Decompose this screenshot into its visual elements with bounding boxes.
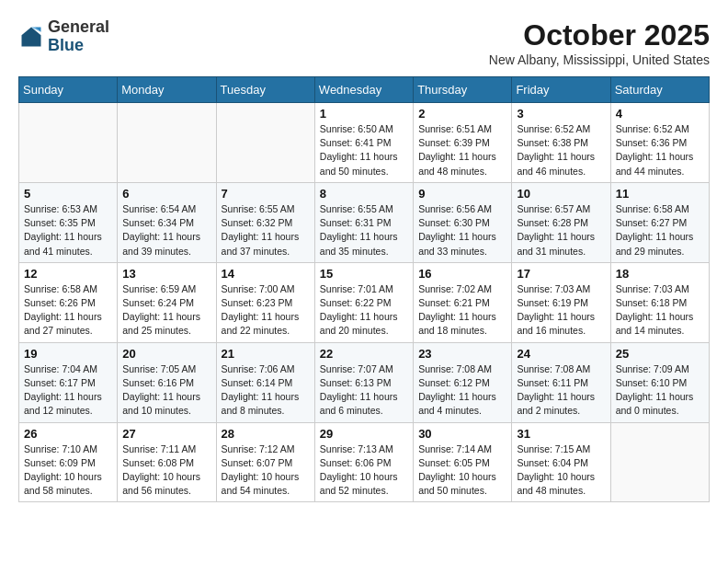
calendar-cell: 15Sunrise: 7:01 AM Sunset: 6:22 PM Dayli… <box>314 262 413 342</box>
calendar-cell: 8Sunrise: 6:55 AM Sunset: 6:31 PM Daylig… <box>314 182 413 262</box>
day-info: Sunrise: 6:56 AM Sunset: 6:30 PM Dayligh… <box>418 202 506 259</box>
day-info: Sunrise: 6:52 AM Sunset: 6:36 PM Dayligh… <box>616 122 704 178</box>
day-info: Sunrise: 6:50 AM Sunset: 6:41 PM Dayligh… <box>320 122 408 178</box>
day-info: Sunrise: 7:14 AM Sunset: 6:05 PM Dayligh… <box>418 442 506 499</box>
weekday-header: Tuesday <box>216 77 314 103</box>
location-text: New Albany, Mississippi, United States <box>489 52 710 67</box>
day-info: Sunrise: 6:54 AM Sunset: 6:34 PM Dayligh… <box>122 202 210 259</box>
calendar-cell: 9Sunrise: 6:56 AM Sunset: 6:30 PM Daylig… <box>414 182 512 262</box>
calendar-cell: 6Sunrise: 6:54 AM Sunset: 6:34 PM Daylig… <box>118 182 216 262</box>
weekday-header: Monday <box>118 77 216 103</box>
calendar-cell: 30Sunrise: 7:14 AM Sunset: 6:05 PM Dayli… <box>414 422 512 502</box>
calendar-cell: 23Sunrise: 7:08 AM Sunset: 6:12 PM Dayli… <box>414 342 512 422</box>
day-number: 3 <box>517 107 605 121</box>
day-info: Sunrise: 7:15 AM Sunset: 6:04 PM Dayligh… <box>517 442 605 499</box>
weekday-header: Wednesday <box>314 77 413 103</box>
day-number: 27 <box>122 427 210 441</box>
calendar-cell: 26Sunrise: 7:10 AM Sunset: 6:09 PM Dayli… <box>19 422 118 502</box>
calendar-cell: 28Sunrise: 7:12 AM Sunset: 6:07 PM Dayli… <box>216 422 314 502</box>
calendar-cell: 11Sunrise: 6:58 AM Sunset: 6:27 PM Dayli… <box>610 182 709 262</box>
calendar-week-row: 5Sunrise: 6:53 AM Sunset: 6:35 PM Daylig… <box>19 182 710 262</box>
calendar-cell: 20Sunrise: 7:05 AM Sunset: 6:16 PM Dayli… <box>118 342 216 422</box>
calendar-cell: 29Sunrise: 7:13 AM Sunset: 6:06 PM Dayli… <box>314 422 413 502</box>
day-number: 23 <box>418 347 506 361</box>
calendar-cell: 19Sunrise: 7:04 AM Sunset: 6:17 PM Dayli… <box>19 342 118 422</box>
day-number: 28 <box>222 427 310 441</box>
calendar-cell: 13Sunrise: 6:59 AM Sunset: 6:24 PM Dayli… <box>118 262 216 342</box>
day-number: 5 <box>24 187 112 201</box>
calendar-cell: 5Sunrise: 6:53 AM Sunset: 6:35 PM Daylig… <box>19 182 118 262</box>
day-info: Sunrise: 7:02 AM Sunset: 6:21 PM Dayligh… <box>418 282 506 339</box>
day-number: 13 <box>122 267 210 281</box>
calendar-cell: 31Sunrise: 7:15 AM Sunset: 6:04 PM Dayli… <box>512 422 610 502</box>
day-info: Sunrise: 6:51 AM Sunset: 6:39 PM Dayligh… <box>418 122 506 178</box>
day-info: Sunrise: 7:06 AM Sunset: 6:14 PM Dayligh… <box>222 362 310 419</box>
calendar-week-row: 1Sunrise: 6:50 AM Sunset: 6:41 PM Daylig… <box>19 103 710 183</box>
day-number: 29 <box>320 427 408 441</box>
day-number: 10 <box>517 187 605 201</box>
day-number: 11 <box>616 187 704 201</box>
day-info: Sunrise: 6:52 AM Sunset: 6:38 PM Dayligh… <box>517 122 605 178</box>
calendar-cell: 21Sunrise: 7:06 AM Sunset: 6:14 PM Dayli… <box>216 342 314 422</box>
day-number: 9 <box>418 187 506 201</box>
day-info: Sunrise: 7:03 AM Sunset: 6:18 PM Dayligh… <box>616 282 704 339</box>
logo-blue-text: Blue <box>48 36 84 54</box>
day-info: Sunrise: 6:58 AM Sunset: 6:27 PM Dayligh… <box>616 202 704 259</box>
day-info: Sunrise: 6:53 AM Sunset: 6:35 PM Dayligh… <box>24 202 112 259</box>
day-info: Sunrise: 7:04 AM Sunset: 6:17 PM Dayligh… <box>24 362 112 419</box>
day-info: Sunrise: 6:59 AM Sunset: 6:24 PM Dayligh… <box>122 282 210 339</box>
day-number: 15 <box>320 267 408 281</box>
day-info: Sunrise: 7:12 AM Sunset: 6:07 PM Dayligh… <box>222 442 310 499</box>
calendar-week-row: 12Sunrise: 6:58 AM Sunset: 6:26 PM Dayli… <box>19 262 710 342</box>
calendar-cell: 17Sunrise: 7:03 AM Sunset: 6:19 PM Dayli… <box>512 262 610 342</box>
calendar-cell: 7Sunrise: 6:55 AM Sunset: 6:32 PM Daylig… <box>216 182 314 262</box>
calendar-cell: 16Sunrise: 7:02 AM Sunset: 6:21 PM Dayli… <box>414 262 512 342</box>
logo: General Blue <box>18 18 109 55</box>
day-info: Sunrise: 7:01 AM Sunset: 6:22 PM Dayligh… <box>320 282 408 339</box>
day-info: Sunrise: 7:05 AM Sunset: 6:16 PM Dayligh… <box>122 362 210 419</box>
weekday-header: Thursday <box>414 77 512 103</box>
day-info: Sunrise: 7:13 AM Sunset: 6:06 PM Dayligh… <box>320 442 408 499</box>
day-number: 6 <box>122 187 210 201</box>
title-block: October 2025 New Albany, Mississippi, Un… <box>489 18 710 67</box>
day-info: Sunrise: 7:11 AM Sunset: 6:08 PM Dayligh… <box>122 442 210 499</box>
day-number: 19 <box>24 347 112 361</box>
day-info: Sunrise: 6:55 AM Sunset: 6:32 PM Dayligh… <box>222 202 310 259</box>
calendar-cell <box>610 422 709 502</box>
logo-icon <box>18 24 44 50</box>
calendar-cell: 12Sunrise: 6:58 AM Sunset: 6:26 PM Dayli… <box>19 262 118 342</box>
day-number: 1 <box>320 107 408 121</box>
day-number: 24 <box>517 347 605 361</box>
calendar-cell: 3Sunrise: 6:52 AM Sunset: 6:38 PM Daylig… <box>512 103 610 183</box>
calendar-cell: 14Sunrise: 7:00 AM Sunset: 6:23 PM Dayli… <box>216 262 314 342</box>
day-number: 12 <box>24 267 112 281</box>
calendar-cell: 1Sunrise: 6:50 AM Sunset: 6:41 PM Daylig… <box>314 103 413 183</box>
calendar-cell <box>118 103 216 183</box>
weekday-header: Friday <box>512 77 610 103</box>
day-number: 17 <box>517 267 605 281</box>
calendar-cell: 27Sunrise: 7:11 AM Sunset: 6:08 PM Dayli… <box>118 422 216 502</box>
calendar-week-row: 26Sunrise: 7:10 AM Sunset: 6:09 PM Dayli… <box>19 422 710 502</box>
day-number: 30 <box>418 427 506 441</box>
day-number: 31 <box>517 427 605 441</box>
day-number: 4 <box>616 107 704 121</box>
calendar-table: SundayMondayTuesdayWednesdayThursdayFrid… <box>18 76 710 502</box>
day-info: Sunrise: 7:08 AM Sunset: 6:11 PM Dayligh… <box>517 362 605 419</box>
calendar-week-row: 19Sunrise: 7:04 AM Sunset: 6:17 PM Dayli… <box>19 342 710 422</box>
logo-general-text: General <box>48 17 109 36</box>
calendar-cell: 22Sunrise: 7:07 AM Sunset: 6:13 PM Dayli… <box>314 342 413 422</box>
calendar-cell: 2Sunrise: 6:51 AM Sunset: 6:39 PM Daylig… <box>414 103 512 183</box>
day-number: 25 <box>616 347 704 361</box>
day-number: 22 <box>320 347 408 361</box>
calendar-cell: 10Sunrise: 6:57 AM Sunset: 6:28 PM Dayli… <box>512 182 610 262</box>
day-number: 20 <box>122 347 210 361</box>
weekday-header-row: SundayMondayTuesdayWednesdayThursdayFrid… <box>19 77 710 103</box>
day-number: 14 <box>222 267 310 281</box>
day-info: Sunrise: 7:00 AM Sunset: 6:23 PM Dayligh… <box>222 282 310 339</box>
day-number: 21 <box>222 347 310 361</box>
day-info: Sunrise: 7:08 AM Sunset: 6:12 PM Dayligh… <box>418 362 506 419</box>
day-number: 16 <box>418 267 506 281</box>
calendar-cell: 24Sunrise: 7:08 AM Sunset: 6:11 PM Dayli… <box>512 342 610 422</box>
day-number: 26 <box>24 427 112 441</box>
day-info: Sunrise: 7:07 AM Sunset: 6:13 PM Dayligh… <box>320 362 408 419</box>
